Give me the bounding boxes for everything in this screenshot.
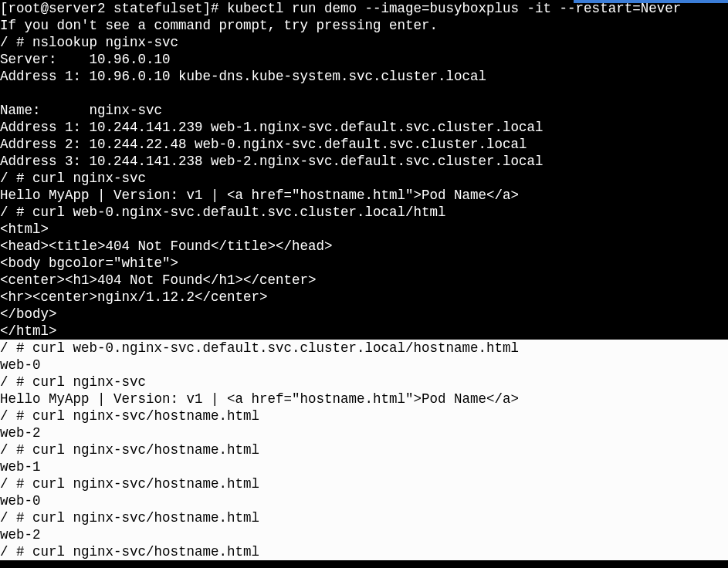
terminal-line: web-1 bbox=[0, 458, 728, 475]
terminal-line: / # curl nginx-svc/hostname.html bbox=[0, 543, 728, 560]
terminal-output[interactable]: [root@server2 statefulset]# kubectl run … bbox=[0, 0, 728, 560]
terminal-line: / # curl web-0.nginx-svc.default.svc.clu… bbox=[0, 204, 728, 221]
terminal-line: Address 1: 10.244.141.239 web-1.nginx-sv… bbox=[0, 119, 728, 136]
terminal-line: / # curl nginx-svc/hostname.html bbox=[0, 475, 728, 492]
terminal-line: </body> bbox=[0, 306, 728, 323]
terminal-line: <center><h1>404 Not Found</h1></center> bbox=[0, 272, 728, 289]
terminal-block-light: / # curl web-0.nginx-svc.default.svc.clu… bbox=[0, 340, 728, 560]
terminal-line: / # curl nginx-svc bbox=[0, 170, 728, 187]
terminal-line: <hr><center>nginx/1.12.2</center> bbox=[0, 289, 728, 306]
terminal-line: <html> bbox=[0, 221, 728, 238]
terminal-line: / # curl nginx-svc/hostname.html bbox=[0, 441, 728, 458]
terminal-line: <body bgcolor="white"> bbox=[0, 255, 728, 272]
terminal-line: <head><title>404 Not Found</title></head… bbox=[0, 238, 728, 255]
terminal-line: / # curl nginx-svc/hostname.html bbox=[0, 407, 728, 424]
terminal-line: Server: 10.96.0.10 bbox=[0, 51, 728, 68]
terminal-line: Hello MyApp | Version: v1 | <a href="hos… bbox=[0, 390, 728, 407]
terminal-line: web-2 bbox=[0, 526, 728, 543]
terminal-line: Address 3: 10.244.141.238 web-2.nginx-sv… bbox=[0, 153, 728, 170]
terminal-line: / # curl nginx-svc bbox=[0, 374, 728, 390]
terminal-line: / # nslookup nginx-svc bbox=[0, 34, 728, 51]
terminal-line: Hello MyApp | Version: v1 | <a href="hos… bbox=[0, 187, 728, 204]
terminal-line: </html> bbox=[0, 323, 728, 340]
terminal-line: Address 1: 10.96.0.10 kube-dns.kube-syst… bbox=[0, 68, 728, 85]
terminal-line: web-2 bbox=[0, 424, 728, 441]
terminal-line: If you don't see a command prompt, try p… bbox=[0, 17, 728, 34]
terminal-line: / # curl web-0.nginx-svc.default.svc.clu… bbox=[0, 340, 728, 357]
terminal-line: Name: nginx-svc bbox=[0, 102, 728, 119]
terminal-line bbox=[0, 85, 728, 102]
title-bar-highlight bbox=[574, 0, 728, 3]
terminal-line: web-0 bbox=[0, 492, 728, 509]
terminal-line: web-0 bbox=[0, 357, 728, 374]
terminal-line: / # curl nginx-svc/hostname.html bbox=[0, 509, 728, 526]
terminal-block-dark: [root@server2 statefulset]# kubectl run … bbox=[0, 0, 728, 340]
terminal-line: Address 2: 10.244.22.48 web-0.nginx-svc.… bbox=[0, 136, 728, 153]
